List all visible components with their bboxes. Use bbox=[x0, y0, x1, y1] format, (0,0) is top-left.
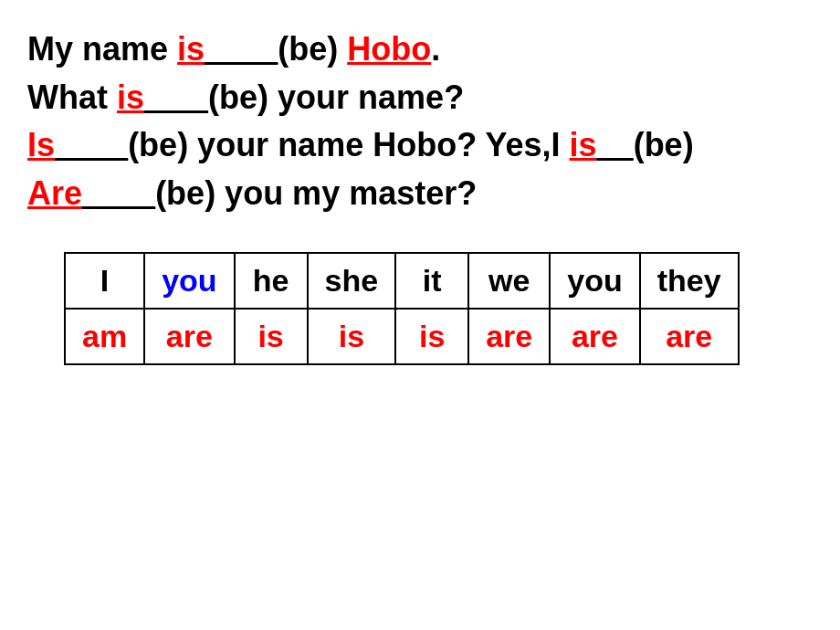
table-verb-row: am are is is is are are are bbox=[65, 309, 739, 364]
verb-am: am bbox=[65, 309, 144, 364]
verb-are3: are bbox=[550, 309, 639, 364]
header-they: they bbox=[640, 253, 739, 309]
line4-be-master: (be) you my master? bbox=[155, 174, 477, 212]
line-3: Is____(be) your name Hobo? Yes,I is__(be… bbox=[27, 123, 813, 168]
line1-my-name: My name bbox=[27, 30, 177, 68]
line3-be-name-hobo: (be) your name Hobo? Yes,I bbox=[128, 126, 569, 163]
line3-blank1: ____ bbox=[55, 126, 128, 163]
verb-is1: is bbox=[235, 309, 308, 364]
text-block: My name is____(be) Hobo. What is___ (be)… bbox=[27, 27, 813, 215]
line1-is: is bbox=[177, 30, 205, 68]
line2-is: is bbox=[117, 79, 144, 116]
header-she: she bbox=[308, 253, 396, 309]
line3-blank2: __ bbox=[597, 126, 634, 163]
line2-what: What bbox=[27, 79, 117, 116]
table-header-row: I you he she it we you they bbox=[65, 253, 739, 309]
line1-blank1: ____ bbox=[205, 30, 278, 68]
line3-be2: (be) bbox=[634, 126, 694, 163]
line-2: What is___ (be) your name? bbox=[27, 76, 813, 121]
line3-is2: is bbox=[570, 126, 597, 163]
line-4: Are____(be) you my master? bbox=[27, 172, 813, 216]
header-we: we bbox=[468, 253, 550, 309]
header-you1: you bbox=[144, 253, 234, 309]
line3-is-start: Is bbox=[27, 126, 55, 163]
header-he: he bbox=[235, 253, 308, 309]
line2-blank: ___ bbox=[144, 79, 208, 116]
verb-are1: are bbox=[144, 309, 234, 364]
line1-period: . bbox=[431, 30, 440, 68]
verb-are2: are bbox=[468, 309, 550, 364]
verb-is3: is bbox=[395, 309, 468, 364]
pronoun-table-container: I you he she it we you they am are is is… bbox=[64, 252, 813, 365]
line2-be-name: (be) your name? bbox=[208, 79, 464, 116]
main-content: My name is____(be) Hobo. What is___ (be)… bbox=[0, 0, 840, 383]
header-i: I bbox=[65, 253, 144, 309]
line4-are: Are bbox=[27, 174, 82, 212]
header-it: it bbox=[395, 253, 468, 309]
line4-blank: ____ bbox=[82, 174, 155, 212]
verb-are4: are bbox=[640, 309, 739, 364]
line-1: My name is____(be) Hobo. bbox=[27, 27, 813, 72]
line1-hobo: Hobo bbox=[347, 30, 431, 68]
pronoun-table: I you he she it we you they am are is is… bbox=[64, 252, 740, 365]
line1-be: (be) bbox=[278, 30, 347, 68]
header-you2: you bbox=[550, 253, 639, 309]
verb-is2: is bbox=[308, 309, 396, 364]
